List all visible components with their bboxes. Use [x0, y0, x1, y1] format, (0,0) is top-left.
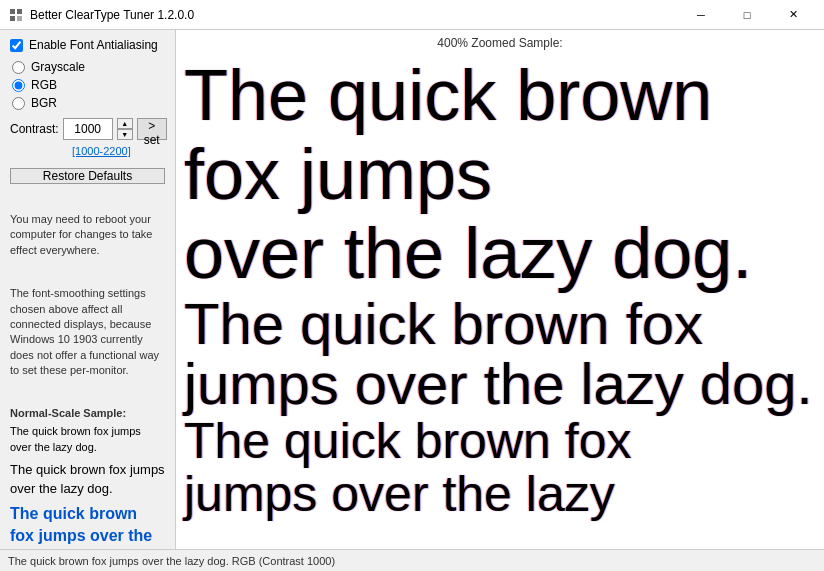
bgr-radio[interactable]: [12, 97, 25, 110]
title-bar: Better ClearType Tuner 1.2.0.0 ─ □ ✕: [0, 0, 824, 30]
zoomed-line-3: The quick brown fox jumps over the lazy: [184, 415, 816, 520]
bgr-row: BGR: [12, 96, 165, 110]
enable-antialias-row: Enable Font Antialiasing: [10, 38, 165, 52]
svg-rect-3: [17, 16, 22, 21]
grayscale-radio[interactable]: [12, 61, 25, 74]
svg-rect-0: [10, 9, 15, 14]
status-bar: The quick brown fox jumps over the lazy …: [0, 549, 824, 571]
enable-antialias-checkbox[interactable]: [10, 39, 23, 52]
left-panel: Enable Font Antialiasing Grayscale RGB B…: [0, 30, 176, 549]
zoomed-label: 400% Zoomed Sample:: [176, 30, 824, 52]
contrast-input[interactable]: 1000: [63, 118, 113, 140]
app-icon: [8, 7, 24, 23]
enable-antialias-label: Enable Font Antialiasing: [29, 38, 158, 52]
svg-rect-1: [17, 9, 22, 14]
info-text-1: You may need to reboot your computer for…: [10, 212, 165, 258]
zoomed-sample: The quick brown fox jumps over the lazy …: [176, 52, 824, 549]
contrast-row: Contrast: 1000 ▲ ▼ > set: [10, 118, 165, 140]
title-bar-buttons: ─ □ ✕: [678, 0, 816, 30]
contrast-spinner: ▲ ▼: [117, 118, 133, 140]
grayscale-row: Grayscale: [12, 60, 165, 74]
info-text-2: The font-smoothing settings chosen above…: [10, 286, 165, 378]
right-panel: 400% Zoomed Sample: The quick brown fox …: [176, 30, 824, 549]
contrast-label: Contrast:: [10, 122, 59, 136]
grayscale-label: Grayscale: [31, 60, 85, 74]
zoomed-line-1: The quick brown fox jumps over the lazy …: [184, 56, 816, 294]
zoomed-line-2: The quick brown fox jumps over the lazy …: [184, 294, 816, 416]
title-bar-text: Better ClearType Tuner 1.2.0.0: [30, 8, 678, 22]
rgb-label: RGB: [31, 78, 57, 92]
svg-rect-2: [10, 16, 15, 21]
contrast-up-button[interactable]: ▲: [117, 118, 133, 129]
set-button[interactable]: > set: [137, 118, 167, 140]
bgr-label: BGR: [31, 96, 57, 110]
restore-defaults-button[interactable]: Restore Defaults: [10, 168, 165, 184]
rendering-mode-group: Grayscale RGB BGR: [12, 60, 165, 110]
contrast-down-button[interactable]: ▼: [117, 129, 133, 140]
contrast-range-label[interactable]: [1000-2200]: [72, 145, 131, 157]
status-text: The quick brown fox jumps over the lazy …: [8, 555, 335, 567]
main-container: Enable Font Antialiasing Grayscale RGB B…: [0, 30, 824, 549]
maximize-button[interactable]: □: [724, 0, 770, 30]
normal-scale-label: Normal-Scale Sample:: [10, 407, 165, 419]
close-button[interactable]: ✕: [770, 0, 816, 30]
sample-medium-text: The quick brown fox jumps over the lazy …: [10, 460, 165, 499]
minimize-button[interactable]: ─: [678, 0, 724, 30]
sample-small-text: The quick brown fox jumps over the lazy …: [10, 423, 165, 456]
rgb-row: RGB: [12, 78, 165, 92]
rgb-radio[interactable]: [12, 79, 25, 92]
sample-large-text: The quick brown fox jumps over the lazy: [10, 503, 165, 549]
